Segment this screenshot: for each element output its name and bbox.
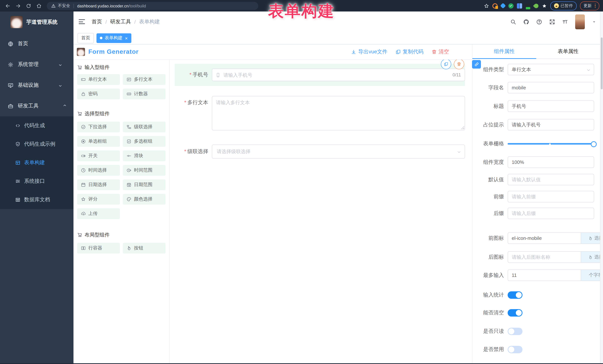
link-icon[interactable] bbox=[472, 60, 481, 69]
title-input[interactable] bbox=[508, 100, 594, 112]
textarea-field[interactable] bbox=[212, 96, 465, 131]
font-size-icon[interactable] bbox=[562, 19, 568, 25]
cascader-select[interactable]: 请选择级联选择 bbox=[212, 144, 465, 159]
slider-track[interactable] bbox=[508, 143, 594, 144]
browser-home-icon[interactable] bbox=[36, 3, 42, 8]
page-scrollbar[interactable] bbox=[600, 11, 603, 364]
palette-item-switch[interactable]: 开关 bbox=[77, 151, 120, 161]
copy-code-button[interactable]: 复制代码 bbox=[395, 49, 423, 55]
clearable-toggle[interactable] bbox=[508, 309, 522, 316]
width-input[interactable] bbox=[508, 156, 594, 168]
forward-icon[interactable] bbox=[16, 3, 21, 8]
sidebar-item-infra[interactable]: 基础设施 bbox=[0, 75, 73, 96]
palette-item-slider[interactable]: 滑块 bbox=[123, 151, 165, 161]
breadcrumb-home[interactable]: 首页 bbox=[92, 18, 102, 25]
form-field-textarea[interactable]: *多行文本 bbox=[175, 96, 465, 131]
component-type-select[interactable]: 单行文本 bbox=[508, 64, 594, 75]
palette-item-row[interactable]: 行容器 bbox=[77, 243, 120, 254]
palette-item-time[interactable]: 时间选择 bbox=[77, 165, 120, 176]
suffix-input[interactable] bbox=[508, 208, 594, 219]
palette-item-date[interactable]: 日期选择 bbox=[77, 179, 120, 190]
form-field-mobile-selected[interactable]: *手机号 0/11 bbox=[175, 64, 465, 86]
back-icon[interactable] bbox=[5, 3, 10, 8]
sidebar-item-db-doc[interactable]: 数据库文档 bbox=[0, 190, 73, 209]
word-limit-toggle[interactable] bbox=[508, 291, 522, 298]
update-button[interactable]: 更新 bbox=[580, 1, 599, 10]
palette-item-input[interactable]: 单行文本 bbox=[77, 74, 120, 85]
form-grid-slider[interactable] bbox=[508, 138, 594, 149]
pal ette-item-cascader[interactable]: 级联选择 bbox=[123, 121, 165, 132]
palette-item-password[interactable]: 密码 bbox=[77, 88, 120, 99]
placeholder-input[interactable] bbox=[508, 119, 594, 131]
search-icon[interactable] bbox=[510, 19, 516, 25]
menu-dots-icon[interactable] bbox=[595, 4, 596, 8]
extension-icon[interactable] bbox=[492, 3, 498, 8]
palette-item-rate[interactable]: 评分 bbox=[77, 194, 120, 205]
tab-form-props[interactable]: 表单属性 bbox=[536, 44, 600, 59]
sidebar-item-codegen-demo[interactable]: 代码生成示例 bbox=[0, 135, 73, 154]
palette-item-color[interactable]: 颜色选择 bbox=[123, 194, 165, 205]
readonly-toggle[interactable] bbox=[508, 328, 522, 335]
github-icon[interactable] bbox=[523, 19, 529, 25]
reload-icon[interactable] bbox=[26, 3, 31, 8]
mobile-input[interactable]: 0/11 bbox=[212, 69, 465, 81]
help-icon[interactable] bbox=[536, 19, 542, 25]
breadcrumb-current: 表单构建 bbox=[139, 18, 160, 25]
extension-icon[interactable] bbox=[508, 3, 513, 8]
field-name-input[interactable] bbox=[508, 82, 594, 93]
palette-item-upload[interactable]: 上传 bbox=[77, 208, 120, 219]
tab-form-builder[interactable]: 表单构建 bbox=[96, 33, 131, 43]
prefix-input[interactable] bbox=[508, 191, 594, 202]
palette-item-radio[interactable]: 单选框组 bbox=[77, 136, 120, 147]
sidebar-item-codegen[interactable]: 代码生成 bbox=[0, 116, 73, 135]
choose-icon-button[interactable]: 选择 bbox=[581, 251, 603, 263]
palette-item-textarea[interactable]: 多行文本 bbox=[123, 74, 165, 85]
delete-field-button[interactable] bbox=[454, 59, 464, 69]
address-bar[interactable]: 不安全 dashboard.yudao.iocoder.cn/tool/buil… bbox=[47, 2, 258, 10]
scrollbar-thumb[interactable] bbox=[601, 37, 603, 89]
cascader-icon bbox=[127, 124, 131, 129]
extension-icon[interactable] bbox=[517, 3, 522, 8]
sidebar-item-devtools[interactable]: 研发工具 bbox=[0, 96, 73, 116]
form-field-cascader[interactable]: *级联选择 请选择级联选择 bbox=[175, 144, 465, 159]
mobile-input-field[interactable] bbox=[212, 69, 464, 81]
maxlength-input[interactable] bbox=[508, 269, 581, 281]
sidebar-item-home[interactable]: 首页 bbox=[0, 33, 73, 54]
extension-icon[interactable] bbox=[542, 3, 547, 8]
prop-row-prefix: 前缀 bbox=[472, 191, 594, 202]
extension-icon[interactable] bbox=[500, 3, 506, 9]
slider-handle[interactable] bbox=[591, 141, 597, 147]
default-value-input[interactable] bbox=[508, 174, 594, 185]
number-icon bbox=[127, 92, 131, 96]
bookmark-star-icon[interactable] bbox=[484, 2, 489, 9]
paused-extension-badge[interactable]: 已暂停 bbox=[550, 1, 577, 10]
palette-item-checkbox[interactable]: 多选框组 bbox=[123, 136, 165, 147]
tab-home[interactable]: 首页 bbox=[78, 33, 94, 43]
caret-down-icon[interactable] bbox=[592, 18, 596, 25]
palette-item-button[interactable]: 按钮 bbox=[123, 243, 165, 254]
tab-component-props[interactable]: 组件属性 bbox=[472, 44, 536, 59]
extension-icon[interactable] bbox=[533, 3, 539, 9]
user-avatar[interactable] bbox=[575, 14, 585, 29]
sidebar-item-form-builder[interactable]: 表单构建 bbox=[0, 154, 73, 172]
suffix-icon-input[interactable] bbox=[508, 251, 581, 263]
disabled-toggle[interactable] bbox=[508, 346, 522, 353]
sidebar-item-system[interactable]: 系统管理 bbox=[0, 54, 73, 75]
breadcrumb-devtools[interactable]: 研发工具 bbox=[110, 18, 131, 25]
choose-icon-button[interactable]: 选择 bbox=[581, 232, 603, 244]
palette-item-number[interactable]: 计数器 bbox=[123, 88, 165, 99]
fullscreen-icon[interactable] bbox=[549, 19, 555, 25]
prefix-icon-input[interactable] bbox=[508, 232, 581, 244]
close-icon[interactable] bbox=[125, 35, 128, 41]
app-logo-row[interactable]: 芋道管理系统 bbox=[0, 11, 73, 28]
sidebar-item-system-api[interactable]: 系统接口 bbox=[0, 172, 73, 190]
export-vue-button[interactable]: 导出vue文件 bbox=[351, 49, 387, 55]
extension-icon[interactable] bbox=[525, 3, 531, 8]
palette-item-select[interactable]: 下拉选择 bbox=[77, 121, 120, 132]
hamburger-icon[interactable] bbox=[79, 19, 85, 24]
palette-item-date-range[interactable]: 日期范围 bbox=[123, 179, 165, 190]
clear-button[interactable]: 清空 bbox=[431, 49, 449, 55]
textarea-icon bbox=[127, 77, 131, 82]
palette-item-time-range[interactable]: 时间范围 bbox=[123, 165, 165, 176]
duplicate-field-button[interactable] bbox=[441, 59, 451, 69]
